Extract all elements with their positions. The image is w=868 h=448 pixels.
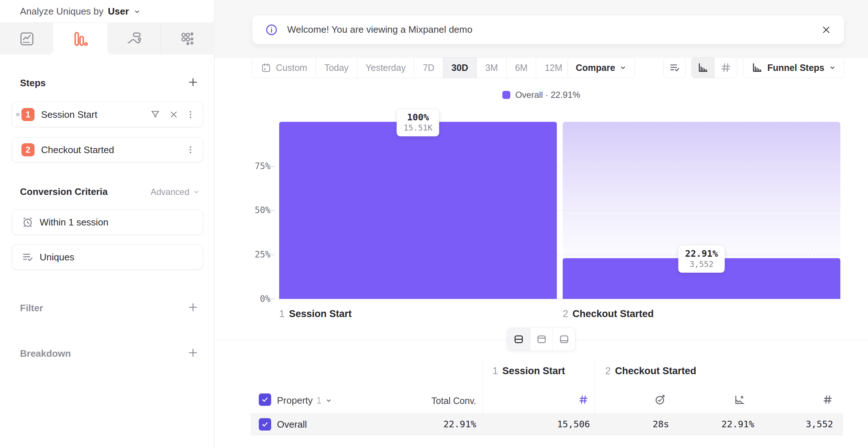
alarm-clock-icon — [21, 216, 34, 228]
metrics-list-button[interactable] — [663, 57, 686, 78]
funnel-bar[interactable] — [279, 122, 557, 299]
bar-chart-icon — [697, 62, 709, 73]
filter-step-icon[interactable] — [150, 109, 161, 120]
converted-count-metric-icon[interactable] — [822, 394, 833, 405]
compare-label: Compare — [576, 63, 615, 73]
toolbar: Custom Today Yesterday 7D 30D 3M 6M 12M … — [252, 57, 844, 78]
drag-handle-icon[interactable] — [15, 111, 21, 118]
date-range-7d[interactable]: 7D — [414, 57, 443, 78]
select-all-checkbox[interactable] — [259, 393, 271, 406]
percent-view-option[interactable] — [692, 57, 714, 78]
tooltip-count: 15.51K — [403, 123, 432, 132]
legend-item-overall[interactable]: Overall · 22.91% — [502, 90, 580, 100]
date-range-label: Custom — [276, 63, 307, 73]
conversion-window-card[interactable]: Within 1 session — [12, 209, 203, 235]
cell-total-conv: 22.91% — [403, 419, 476, 429]
table-group-header-session-start: 1 Session Start — [493, 365, 565, 377]
total-conv-header[interactable]: Total Conv. — [403, 396, 476, 406]
hash-icon — [720, 62, 732, 73]
row-checkbox[interactable] — [259, 418, 271, 431]
calendar-icon — [261, 62, 272, 73]
sidebar: Analyze Uniques by User — [0, 0, 214, 448]
uniques-metric-icon[interactable] — [578, 394, 589, 405]
bar-tooltip: 22.91% 3,552 — [678, 245, 725, 273]
y-axis-tick: 50% — [234, 205, 270, 215]
flows-icon — [126, 31, 142, 47]
advanced-label: Advanced — [150, 187, 189, 197]
date-range-custom[interactable]: Custom — [252, 57, 316, 78]
list-check-icon — [21, 251, 34, 263]
table-only-option[interactable] — [552, 328, 575, 351]
tab-flows[interactable] — [107, 23, 161, 55]
split-view-option[interactable] — [507, 328, 530, 351]
analyze-by-control[interactable]: Analyze Uniques by User — [20, 6, 141, 17]
y-axis-tick: 25% — [234, 249, 270, 260]
date-range-30d[interactable]: 30D — [443, 57, 477, 78]
funnels-icon — [72, 31, 89, 47]
analyze-by-label: Analyze Uniques by — [20, 6, 104, 17]
compare-button[interactable]: Compare — [567, 57, 635, 78]
date-range-today[interactable]: Today — [316, 57, 357, 78]
funnel-column-session-start[interactable] — [279, 122, 557, 299]
step-card-2[interactable]: 2 Checkout Started — [12, 137, 203, 163]
conversion-criteria-title: Conversion Criteria — [20, 186, 108, 197]
step-number-badge: 2 — [21, 143, 35, 156]
date-range-6m[interactable]: 6M — [506, 57, 536, 78]
x-axis-label: 1 Session Start — [279, 308, 352, 320]
legend-swatch — [502, 91, 510, 99]
table-group-header-checkout-started: 2 Checkout Started — [605, 365, 696, 377]
property-label: Property — [277, 395, 313, 406]
chart-only-option[interactable] — [530, 328, 552, 351]
step-menu-icon[interactable] — [185, 145, 196, 155]
tab-insights[interactable] — [0, 23, 53, 55]
analyze-by-value[interactable]: User — [108, 6, 129, 17]
row-name: Overall — [277, 419, 307, 430]
retention-icon — [179, 31, 196, 47]
date-range-12m[interactable]: 12M — [536, 57, 571, 78]
legend-label: Overall · 22.91% — [515, 90, 580, 100]
chart-type-label: Funnel Steps — [767, 63, 824, 73]
conversion-window-label[interactable]: Within 1 session — [40, 217, 108, 228]
number-view-option[interactable] — [714, 57, 737, 78]
remove-step-icon[interactable] — [169, 109, 179, 120]
date-range-yesterday[interactable]: Yesterday — [357, 57, 414, 78]
table-row-overall[interactable]: Overall 22.91% 15,506 28s 22.91% 3,552 — [251, 413, 843, 436]
advanced-dropdown[interactable]: Advanced — [150, 187, 200, 197]
tooltip-percent: 22.91% — [685, 248, 718, 259]
date-range-3m[interactable]: 3M — [477, 57, 506, 78]
cell-converted: 3,552 — [760, 419, 833, 429]
step-menu-icon[interactable] — [185, 109, 196, 120]
add-breakdown-button[interactable] — [186, 346, 200, 359]
chart-legend: Overall · 22.91% — [214, 90, 868, 100]
conv-rate-metric-icon[interactable] — [734, 393, 746, 406]
demo-banner: Welcome! You are viewing a Mixpanel demo — [252, 15, 844, 44]
chevron-down-icon — [325, 397, 332, 404]
avg-time-metric-icon[interactable] — [654, 393, 666, 406]
step-card-1[interactable]: 1 Session Start — [12, 102, 203, 127]
banner-message: Welcome! You are viewing a Mixpanel demo — [287, 24, 473, 35]
chart-type-dropdown[interactable]: Funnel Steps — [743, 57, 844, 78]
chevron-down-icon — [619, 64, 627, 71]
breakdown-title: Breakdown — [20, 348, 71, 359]
step-label[interactable]: Checkout Started — [41, 144, 114, 156]
panel-layout-toggle — [507, 328, 575, 351]
funnel-chart: 100% 15.51K 22.91% 3,552 — [279, 122, 840, 299]
cell-uniques: 15,506 — [517, 419, 590, 429]
close-icon[interactable] — [821, 24, 832, 35]
chevron-down-icon — [193, 189, 200, 195]
property-dropdown[interactable]: Property 1 — [277, 395, 332, 406]
main-panel: Welcome! You are viewing a Mixpanel demo… — [214, 0, 868, 448]
y-axis-tick: 75% — [234, 161, 270, 171]
tab-funnels[interactable] — [53, 23, 107, 55]
steps-title: Steps — [20, 77, 46, 89]
add-step-button[interactable] — [186, 76, 200, 89]
add-filter-button[interactable] — [186, 301, 200, 314]
chevron-down-icon — [829, 64, 836, 71]
y-axis-tick: 0% — [234, 294, 270, 304]
filter-title: Filter — [20, 303, 43, 314]
tab-retention[interactable] — [161, 23, 214, 55]
step-label[interactable]: Session Start — [41, 109, 97, 120]
counting-method-card[interactable]: Uniques — [12, 244, 203, 270]
counting-method-label[interactable]: Uniques — [40, 252, 74, 263]
cell-avg-time: 28s — [639, 419, 683, 429]
